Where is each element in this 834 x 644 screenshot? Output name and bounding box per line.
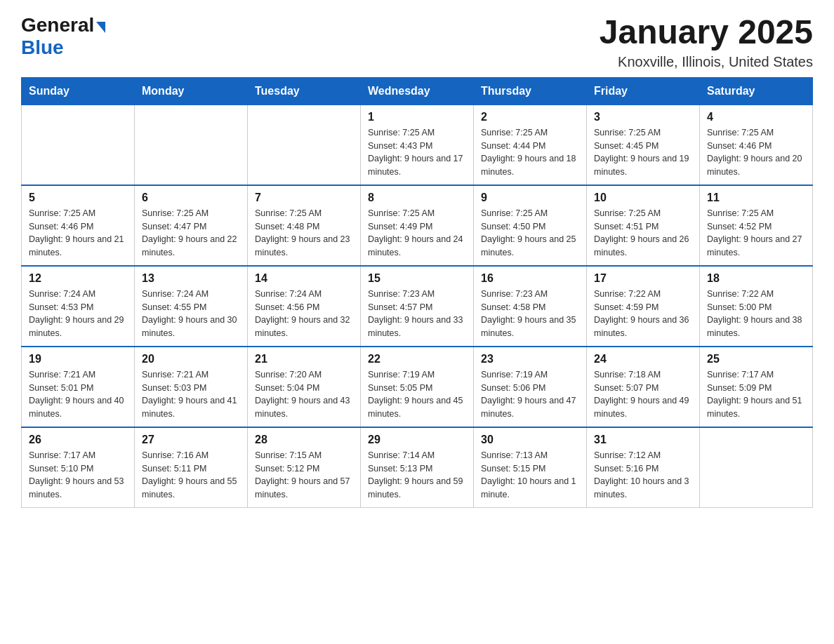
day-info: Sunrise: 7:24 AM Sunset: 4:53 PM Dayligh… <box>29 288 127 340</box>
column-header-sunday: Sunday <box>22 77 135 105</box>
calendar-cell: 14Sunrise: 7:24 AM Sunset: 4:56 PM Dayli… <box>248 266 361 347</box>
day-number: 8 <box>368 192 466 204</box>
day-number: 13 <box>142 272 240 285</box>
calendar-cell: 29Sunrise: 7:14 AM Sunset: 5:13 PM Dayli… <box>361 427 474 508</box>
day-number: 18 <box>707 272 805 285</box>
calendar-week-row: 19Sunrise: 7:21 AM Sunset: 5:01 PM Dayli… <box>22 347 813 427</box>
day-number: 27 <box>142 434 240 446</box>
day-number: 6 <box>142 192 240 204</box>
calendar-table: SundayMondayTuesdayWednesdayThursdayFrid… <box>21 77 813 508</box>
calendar-cell: 31Sunrise: 7:12 AM Sunset: 5:16 PM Dayli… <box>587 427 700 508</box>
calendar-cell: 7Sunrise: 7:25 AM Sunset: 4:48 PM Daylig… <box>248 185 361 266</box>
calendar-cell: 27Sunrise: 7:16 AM Sunset: 5:11 PM Dayli… <box>135 427 248 508</box>
day-number: 11 <box>707 192 805 204</box>
calendar-week-row: 5Sunrise: 7:25 AM Sunset: 4:46 PM Daylig… <box>22 185 813 266</box>
day-info: Sunrise: 7:25 AM Sunset: 4:51 PM Dayligh… <box>594 207 692 260</box>
calendar-cell <box>135 105 248 185</box>
calendar-cell: 22Sunrise: 7:19 AM Sunset: 5:05 PM Dayli… <box>361 347 474 427</box>
logo: General Blue <box>21 14 105 59</box>
day-number: 22 <box>368 353 466 365</box>
day-info: Sunrise: 7:24 AM Sunset: 4:55 PM Dayligh… <box>142 288 240 340</box>
logo-blue: Blue <box>21 36 64 58</box>
month-title: January 2025 <box>600 14 813 51</box>
calendar-cell: 24Sunrise: 7:18 AM Sunset: 5:07 PM Dayli… <box>587 347 700 427</box>
day-number: 26 <box>29 434 127 446</box>
day-number: 1 <box>368 111 466 123</box>
day-number: 4 <box>707 111 805 123</box>
day-number: 3 <box>594 111 692 123</box>
day-info: Sunrise: 7:14 AM Sunset: 5:13 PM Dayligh… <box>368 449 466 502</box>
day-number: 2 <box>481 111 579 123</box>
column-header-tuesday: Tuesday <box>248 77 361 105</box>
day-number: 25 <box>707 353 805 365</box>
calendar-cell: 19Sunrise: 7:21 AM Sunset: 5:01 PM Dayli… <box>22 347 135 427</box>
day-info: Sunrise: 7:22 AM Sunset: 4:59 PM Dayligh… <box>594 288 692 340</box>
day-info: Sunrise: 7:25 AM Sunset: 4:45 PM Dayligh… <box>594 126 692 179</box>
day-number: 31 <box>594 434 692 446</box>
day-info: Sunrise: 7:17 AM Sunset: 5:10 PM Dayligh… <box>29 449 127 502</box>
day-number: 5 <box>29 192 127 204</box>
calendar-cell: 11Sunrise: 7:25 AM Sunset: 4:52 PM Dayli… <box>700 185 813 266</box>
calendar-cell: 10Sunrise: 7:25 AM Sunset: 4:51 PM Dayli… <box>587 185 700 266</box>
day-info: Sunrise: 7:25 AM Sunset: 4:47 PM Dayligh… <box>142 207 240 260</box>
calendar-cell: 5Sunrise: 7:25 AM Sunset: 4:46 PM Daylig… <box>22 185 135 266</box>
column-header-friday: Friday <box>587 77 700 105</box>
day-info: Sunrise: 7:25 AM Sunset: 4:49 PM Dayligh… <box>368 207 466 260</box>
day-number: 23 <box>481 353 579 365</box>
day-info: Sunrise: 7:25 AM Sunset: 4:52 PM Dayligh… <box>707 207 805 260</box>
day-info: Sunrise: 7:23 AM Sunset: 4:57 PM Dayligh… <box>368 288 466 340</box>
calendar-cell: 2Sunrise: 7:25 AM Sunset: 4:44 PM Daylig… <box>474 105 587 185</box>
day-number: 19 <box>29 353 127 365</box>
calendar-cell: 12Sunrise: 7:24 AM Sunset: 4:53 PM Dayli… <box>22 266 135 347</box>
day-info: Sunrise: 7:12 AM Sunset: 5:16 PM Dayligh… <box>594 449 692 502</box>
calendar-cell: 4Sunrise: 7:25 AM Sunset: 4:46 PM Daylig… <box>700 105 813 185</box>
day-number: 20 <box>142 353 240 365</box>
day-number: 12 <box>29 272 127 285</box>
day-number: 21 <box>255 353 353 365</box>
day-number: 9 <box>481 192 579 204</box>
calendar-cell: 13Sunrise: 7:24 AM Sunset: 4:55 PM Dayli… <box>135 266 248 347</box>
calendar-cell: 21Sunrise: 7:20 AM Sunset: 5:04 PM Dayli… <box>248 347 361 427</box>
day-info: Sunrise: 7:24 AM Sunset: 4:56 PM Dayligh… <box>255 288 353 340</box>
day-number: 14 <box>255 272 353 285</box>
column-header-thursday: Thursday <box>474 77 587 105</box>
calendar-cell: 6Sunrise: 7:25 AM Sunset: 4:47 PM Daylig… <box>135 185 248 266</box>
calendar-cell <box>248 105 361 185</box>
calendar-week-row: 12Sunrise: 7:24 AM Sunset: 4:53 PM Dayli… <box>22 266 813 347</box>
day-number: 17 <box>594 272 692 285</box>
day-info: Sunrise: 7:25 AM Sunset: 4:44 PM Dayligh… <box>481 126 579 179</box>
day-info: Sunrise: 7:17 AM Sunset: 5:09 PM Dayligh… <box>707 368 805 421</box>
day-number: 30 <box>481 434 579 446</box>
day-info: Sunrise: 7:25 AM Sunset: 4:46 PM Dayligh… <box>29 207 127 260</box>
logo-general: General <box>21 14 94 36</box>
day-info: Sunrise: 7:18 AM Sunset: 5:07 PM Dayligh… <box>594 368 692 421</box>
day-info: Sunrise: 7:16 AM Sunset: 5:11 PM Dayligh… <box>142 449 240 502</box>
location: Knoxville, Illinois, United States <box>600 54 813 70</box>
calendar-cell: 18Sunrise: 7:22 AM Sunset: 5:00 PM Dayli… <box>700 266 813 347</box>
day-number: 10 <box>594 192 692 204</box>
day-info: Sunrise: 7:25 AM Sunset: 4:50 PM Dayligh… <box>481 207 579 260</box>
calendar-cell: 3Sunrise: 7:25 AM Sunset: 4:45 PM Daylig… <box>587 105 700 185</box>
calendar-cell: 28Sunrise: 7:15 AM Sunset: 5:12 PM Dayli… <box>248 427 361 508</box>
day-info: Sunrise: 7:13 AM Sunset: 5:15 PM Dayligh… <box>481 449 579 502</box>
day-info: Sunrise: 7:25 AM Sunset: 4:46 PM Dayligh… <box>707 126 805 179</box>
calendar-cell: 8Sunrise: 7:25 AM Sunset: 4:49 PM Daylig… <box>361 185 474 266</box>
calendar-cell: 20Sunrise: 7:21 AM Sunset: 5:03 PM Dayli… <box>135 347 248 427</box>
day-info: Sunrise: 7:23 AM Sunset: 4:58 PM Dayligh… <box>481 288 579 340</box>
logo-arrow-icon <box>96 22 105 33</box>
day-info: Sunrise: 7:19 AM Sunset: 5:05 PM Dayligh… <box>368 368 466 421</box>
day-info: Sunrise: 7:15 AM Sunset: 5:12 PM Dayligh… <box>255 449 353 502</box>
day-info: Sunrise: 7:21 AM Sunset: 5:03 PM Dayligh… <box>142 368 240 421</box>
column-header-monday: Monday <box>135 77 248 105</box>
day-number: 28 <box>255 434 353 446</box>
day-info: Sunrise: 7:25 AM Sunset: 4:43 PM Dayligh… <box>368 126 466 179</box>
calendar-cell <box>22 105 135 185</box>
calendar-header-row: SundayMondayTuesdayWednesdayThursdayFrid… <box>22 77 813 105</box>
calendar-cell: 17Sunrise: 7:22 AM Sunset: 4:59 PM Dayli… <box>587 266 700 347</box>
calendar-cell: 16Sunrise: 7:23 AM Sunset: 4:58 PM Dayli… <box>474 266 587 347</box>
title-block: January 2025 Knoxville, Illinois, United… <box>600 14 813 70</box>
calendar-cell: 25Sunrise: 7:17 AM Sunset: 5:09 PM Dayli… <box>700 347 813 427</box>
column-header-saturday: Saturday <box>700 77 813 105</box>
calendar-week-row: 26Sunrise: 7:17 AM Sunset: 5:10 PM Dayli… <box>22 427 813 508</box>
calendar-week-row: 1Sunrise: 7:25 AM Sunset: 4:43 PM Daylig… <box>22 105 813 185</box>
